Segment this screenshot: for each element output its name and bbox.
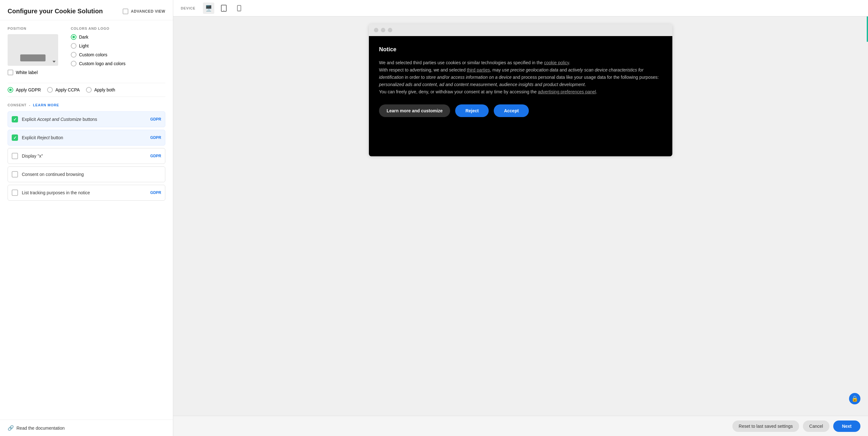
- page-title: Configure your Cookie Solution: [8, 8, 103, 15]
- consent-list-tracking-checkbox[interactable]: [12, 190, 18, 196]
- consent-item-continued-browsing: Consent on continued browsing: [8, 167, 165, 182]
- notice-actions: Learn more and customize Reject Accept: [379, 105, 662, 117]
- apply-gdpr-label: Apply GDPR: [16, 87, 41, 92]
- colors-logo-label: COLORS AND LOGO: [71, 27, 125, 30]
- browser-chrome: [369, 24, 672, 36]
- position-section: POSITION White label: [8, 27, 58, 75]
- right-footer: Reset to last saved settings Cancel Next: [173, 416, 868, 436]
- notice-third-parties-link[interactable]: third parties: [467, 67, 490, 72]
- browser-window: Notice We and selected third parties use…: [369, 24, 672, 156]
- left-footer: 🔗 Read the documentation: [0, 419, 173, 436]
- notice-adv-pref-link[interactable]: advertising preferences panel: [538, 89, 596, 94]
- lock-icon: 🔒: [851, 395, 858, 402]
- next-button[interactable]: Next: [833, 420, 860, 432]
- white-label-text: White label: [16, 70, 38, 75]
- notice-cookie-policy-link[interactable]: cookie policy: [544, 60, 569, 65]
- radio-dark[interactable]: Dark: [71, 34, 125, 40]
- device-mobile-btn[interactable]: [233, 3, 245, 14]
- right-panel: DEVICE 🖥️ Notice: [173, 0, 868, 436]
- apply-gdpr-radio[interactable]: [8, 87, 13, 93]
- read-documentation-link[interactable]: Read the documentation: [17, 426, 65, 431]
- svg-point-3: [239, 10, 239, 10]
- device-label: DEVICE: [181, 6, 195, 10]
- white-label-checkbox[interactable]: [8, 69, 13, 75]
- svg-point-1: [223, 10, 224, 11]
- consent-display-x-checkbox[interactable]: [12, 153, 18, 159]
- apply-ccpa-item[interactable]: Apply CCPA: [47, 87, 80, 93]
- browser-dot-2: [381, 28, 385, 32]
- consent-list-tracking-gdpr-badge: GDPR: [150, 191, 161, 195]
- browser-dot-3: [388, 28, 392, 32]
- radio-custom-colors-circle[interactable]: [71, 52, 76, 58]
- consent-continued-browsing-text: Consent on continued browsing: [22, 172, 161, 177]
- preview-area: Notice We and selected third parties use…: [173, 17, 868, 416]
- teal-accent-line: [867, 17, 868, 42]
- device-tablet-btn[interactable]: [218, 3, 229, 14]
- device-desktop-btn[interactable]: 🖥️: [203, 3, 214, 14]
- position-label: POSITION: [8, 27, 58, 30]
- radio-custom-colors[interactable]: Custom colors: [71, 52, 125, 58]
- consent-item-reject: Explicit Reject button GDPR: [8, 130, 165, 146]
- apply-ccpa-radio[interactable]: [47, 87, 53, 93]
- apply-ccpa-label: Apply CCPA: [55, 87, 80, 92]
- radio-custom-logo-colors-label: Custom logo and colors: [79, 61, 125, 66]
- colors-logo-section: COLORS AND LOGO Dark Light Custom colors: [71, 27, 125, 75]
- browser-content: Notice We and selected third parties use…: [369, 36, 672, 156]
- browser-dot-1: [374, 28, 378, 32]
- cancel-button[interactable]: Cancel: [803, 420, 830, 432]
- consent-continued-browsing-checkbox[interactable]: [12, 171, 18, 177]
- apply-both-item[interactable]: Apply both: [86, 87, 115, 93]
- consent-list-tracking-text: List tracking purposes in the notice: [22, 190, 146, 195]
- consent-reject-gdpr-badge: GDPR: [150, 136, 161, 140]
- colors-radio-group: Dark Light Custom colors Custom logo and…: [71, 34, 125, 66]
- radio-light-label: Light: [79, 43, 89, 49]
- accept-button[interactable]: Accept: [494, 105, 529, 117]
- consent-display-x-gdpr-badge: GDPR: [150, 154, 161, 158]
- radio-dark-circle[interactable]: [71, 34, 76, 40]
- notice-body: We and selected third parties use cookie…: [379, 59, 662, 95]
- radio-custom-logo-colors[interactable]: Custom logo and colors: [71, 61, 125, 66]
- consent-item-list-tracking: List tracking purposes in the notice GDP…: [8, 185, 165, 201]
- learn-more-customize-button[interactable]: Learn more and customize: [379, 105, 450, 117]
- left-panel: Configure your Cookie Solution ADVANCED …: [0, 0, 173, 436]
- notice-title: Notice: [379, 46, 662, 53]
- notice-text-1: We and selected third parties use cookie…: [379, 60, 659, 94]
- floating-icon: 🔒: [849, 393, 860, 404]
- advanced-view-checkbox[interactable]: [123, 8, 128, 14]
- position-bar: [20, 54, 45, 61]
- consent-item-display-x: Display "x" GDPR: [8, 148, 165, 164]
- learn-more-link[interactable]: LEARN MORE: [33, 103, 59, 107]
- reset-button[interactable]: Reset to last saved settings: [733, 420, 799, 432]
- advanced-view-label: ADVANCED VIEW: [131, 9, 165, 13]
- consent-item-accept: Explicit Accept and Customize buttons GD…: [8, 111, 165, 127]
- apply-both-radio[interactable]: [86, 87, 92, 93]
- position-preview[interactable]: [8, 34, 58, 66]
- consent-accept-text: Explicit Accept and Customize buttons: [22, 117, 146, 122]
- left-header: Configure your Cookie Solution ADVANCED …: [0, 0, 173, 20]
- apply-both-label: Apply both: [94, 87, 115, 92]
- radio-custom-colors-label: Custom colors: [79, 52, 107, 57]
- position-arrow-icon: [53, 61, 56, 63]
- consent-accept-gdpr-badge: GDPR: [150, 117, 161, 121]
- radio-light[interactable]: Light: [71, 43, 125, 49]
- documentation-icon: 🔗: [8, 425, 14, 431]
- consent-accept-checkbox[interactable]: [12, 116, 18, 122]
- radio-custom-logo-colors-circle[interactable]: [71, 61, 76, 66]
- white-label-row[interactable]: White label: [8, 69, 58, 75]
- position-colors-row: POSITION White label COLORS AND LOGO Dar…: [8, 27, 165, 75]
- advanced-view-toggle[interactable]: ADVANCED VIEW: [123, 8, 165, 14]
- left-content: POSITION White label COLORS AND LOGO Dar…: [0, 20, 173, 419]
- consent-reject-checkbox[interactable]: [12, 135, 18, 141]
- consent-label: CONSENT - LEARN MORE: [8, 103, 165, 107]
- consent-display-x-text: Display "x": [22, 153, 146, 158]
- apply-gdpr-item[interactable]: Apply GDPR: [8, 87, 41, 93]
- reject-button[interactable]: Reject: [455, 105, 489, 117]
- radio-dark-label: Dark: [79, 34, 89, 39]
- consent-reject-text: Explicit Reject button: [22, 135, 146, 140]
- device-bar: DEVICE 🖥️: [173, 0, 868, 17]
- apply-row: Apply GDPR Apply CCPA Apply both: [8, 83, 165, 97]
- radio-light-circle[interactable]: [71, 43, 76, 49]
